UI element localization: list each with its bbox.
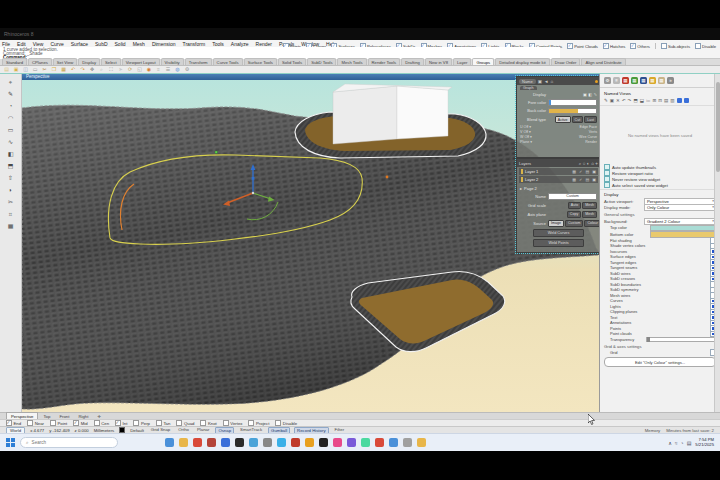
join-tool-icon[interactable]: ⌗ [6,210,15,219]
taskbar-search[interactable]: ⌕ Search [20,437,118,448]
curve-tool-icon[interactable]: ∿ [6,138,15,147]
layer-state-icon[interactable]: ▦ [572,169,576,174]
control-point[interactable] [215,151,217,153]
layer-state-icon[interactable]: ✓ [579,177,582,182]
filter-others[interactable]: Others [630,43,650,49]
toolbar-tab-layer[interactable]: Layer [453,58,471,65]
undo-icon[interactable]: ↶ [70,66,77,73]
named-views-tool-6[interactable]: ⬓ [640,98,644,103]
circle-tool-icon[interactable]: ◔ [6,102,15,111]
button-weld-curves[interactable]: Weld Curves [533,229,583,237]
bottom-color-swatch[interactable] [650,231,716,238]
rotate-icon[interactable]: ⟳ [127,66,134,73]
cube-icon[interactable]: ◧ [588,92,592,97]
filter-sub-objects[interactable]: Sub-objects [661,43,690,49]
checkbox-icon[interactable] [604,182,610,188]
fore-color-field[interactable] [548,99,597,106]
mini-option-v-off[interactable]: V Off ▾ [520,130,557,134]
checkbox-icon[interactable] [567,43,573,49]
toolbar-tab-detailed-display-mode-kit[interactable]: Detailed display mode kit [495,58,550,65]
edit-icon[interactable]: ✎ [594,92,597,97]
copy-icon[interactable]: ❐ [51,66,58,73]
toolbar-tab-align-and-distribute[interactable]: Align and Distribute [581,58,625,65]
view-mode-icon[interactable] [684,98,689,103]
building-box[interactable] [333,84,452,144]
named-views-tool-10[interactable]: ▤ [664,98,668,103]
circle-icon[interactable]: ○ [583,161,586,166]
toolbar-tab-cplanes[interactable]: CPlanes [28,58,52,65]
current-layer[interactable]: Default [130,428,144,433]
button-cut[interactable]: Cut [572,116,584,123]
named-views-tool-7[interactable]: ≔ [646,98,651,103]
button-mesh[interactable]: Mesh [582,211,597,218]
folder-icon[interactable]: ▣ [538,79,542,84]
menu-analyze[interactable]: Analyze [231,41,249,47]
toolbar-tab-display[interactable]: Display [78,58,100,65]
taskbar-app-icon-9[interactable] [291,438,300,447]
taskbar-app-icon-12[interactable] [333,438,342,447]
filter-disable[interactable]: Disable [695,43,716,49]
tray-icon-2[interactable]: ◔ [681,440,684,446]
tray-icon-3[interactable]: ▤ [687,440,692,446]
menu-view[interactable]: View [33,41,44,47]
zoom-icon[interactable]: ⌕ [98,66,105,73]
checkbox-icon[interactable] [630,43,636,49]
cut-icon[interactable]: ✂ [41,66,48,73]
extrude-tool-icon[interactable]: ⇧ [6,174,15,183]
button-copy[interactable]: Copy [567,211,581,218]
user-icon[interactable]: ⌂ [550,79,553,84]
box-tool-icon[interactable]: ⬒ [6,162,15,171]
tray-icon-1[interactable]: ≈ [675,440,678,446]
menu-subd[interactable]: SubD [95,41,108,47]
sun-tab[interactable]: ▦ [649,77,656,84]
contrast-icon[interactable]: ◐ [587,161,590,166]
pan-icon[interactable]: ✥ [89,66,96,73]
menu-file[interactable]: File [2,41,10,47]
tray-icon-0[interactable]: ∧ [668,440,672,446]
toolbar-tab-curve-tools[interactable]: Curve Tools [213,58,243,65]
mini-option-plane[interactable]: Plane ▾ [520,140,557,144]
rectangle-tool-icon[interactable]: ▭ [6,126,15,135]
taskbar-app-icon-11[interactable] [319,438,328,447]
option-auto-select-saved-view-widget[interactable]: Auto select saved view widget [600,182,720,188]
back-color-field[interactable] [548,108,597,115]
toolbar-tab-visibility[interactable]: Visibility [161,58,184,65]
panel-scrollbar[interactable] [714,74,720,412]
layer-state-icon[interactable]: ▣ [592,177,596,182]
view-mode-icon[interactable] [677,98,682,103]
taskbar-app-icon-0[interactable] [165,438,174,447]
menu-surface[interactable]: Surface [71,41,88,47]
layers-tab[interactable]: ≡ [613,77,620,84]
menu-tools[interactable]: Tools [212,41,224,47]
button-custom[interactable]: Custom [565,220,583,227]
menu-dimension[interactable]: Dimension [152,41,176,47]
arc-tool-icon[interactable]: ◠ [6,114,15,123]
named-views-tool-0[interactable]: ✎ [604,98,608,103]
polyline-tool-icon[interactable]: ✎ [6,90,15,99]
button-weld-points[interactable]: Weld Points [533,239,583,247]
taskbar-app-icon-5[interactable] [235,438,244,447]
layer-state-icon[interactable]: ▣ [592,169,596,174]
named-views-tool-9[interactable]: ⊟ [658,98,662,103]
toolbar-tab-subd-tools[interactable]: SubD Tools [307,58,336,65]
menu-mesh[interactable]: Mesh [133,41,145,47]
mini-option-w-off[interactable]: W Off ▾ [520,135,557,139]
checkbox-icon[interactable] [695,43,701,49]
layer-state-icon[interactable]: ▤ [585,169,589,174]
taskbar-app-icon-10[interactable] [305,438,314,447]
toolbar-tab-set-view[interactable]: Set View [53,58,77,65]
layer-row-layer-2[interactable]: Layer 2▦✓▤▣ [519,176,598,183]
viewport-scene[interactable] [22,80,599,412]
named-views-tool-1[interactable]: ▣ [610,98,614,103]
toolbar-tab-transform[interactable]: Transform [185,58,212,65]
mini-option-u-off[interactable]: U Off ▾ [520,125,557,129]
toolbar-tab-mesh-tools[interactable]: Mesh Tools [337,58,366,65]
filter-point-clouds[interactable]: Point Clouds [567,43,598,49]
pointer-tool-icon[interactable]: ⌖ [6,78,15,87]
libraries-tab[interactable]: ▦ [658,77,665,84]
taskbar-app-icon-2[interactable] [193,438,202,447]
toolbar-tab-new-in-v8[interactable]: New in V8 [425,58,452,65]
taskbar-clock[interactable]: 7:54 PM 5/21/2025 [695,438,714,447]
save-icon[interactable]: ◫ [22,66,29,73]
floating-panel-top[interactable]: Name ▣ ◄ ⌂ Graph Display ▣ ◧ ✎ Fore colo… [516,76,601,158]
